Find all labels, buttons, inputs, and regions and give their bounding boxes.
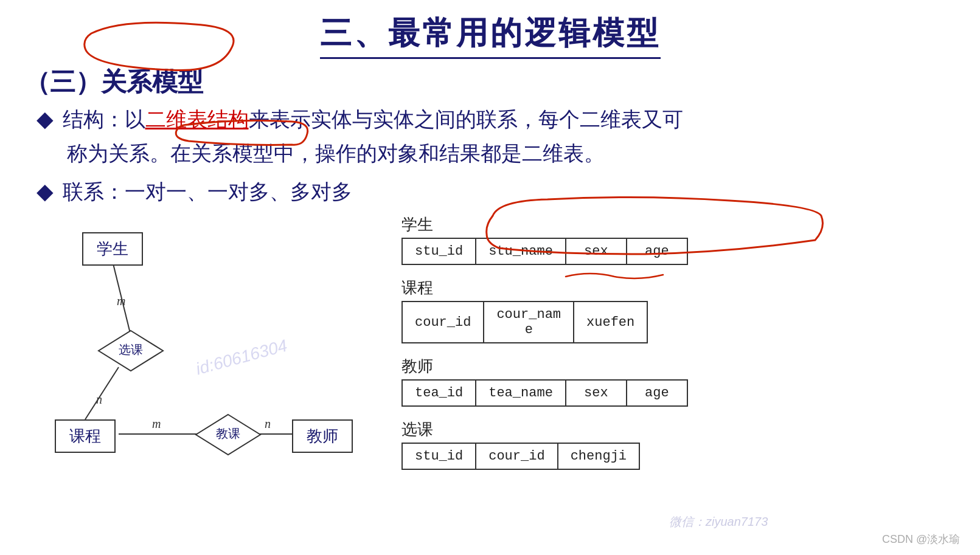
svg-text:n: n [96, 393, 102, 406]
svg-text:m: m [152, 417, 161, 430]
bullet-2: ◆ 联系：一对一、一对多、多对多 [36, 175, 956, 208]
svg-text:微信：ziyuan7173: 微信：ziyuan7173 [669, 515, 768, 528]
entity-teacher: 教师 [292, 419, 353, 453]
bullet-text-after-1: 来表示实体与实体之间的联系，每个二维表又可 [249, 108, 683, 131]
table-cell: cour_id [402, 302, 484, 343]
table-cell: stu_id [402, 443, 476, 469]
sub-heading: （三）关系模型 [24, 65, 956, 99]
table-cell: age [627, 238, 687, 264]
table-cell: cour_name [484, 302, 574, 343]
highlight-text-1: 二维表结构 [145, 108, 249, 131]
table-cell: chengji [558, 443, 639, 469]
tables-container: 学生 stu_id stu_name sex age 课程 cour_id [401, 214, 956, 482]
bullet-text-before-1: 结构：以 [63, 108, 145, 131]
table-teacher: tea_id tea_name sex age [401, 379, 688, 407]
er-diagram: m n m n 学生 [24, 214, 365, 475]
table-cell: stu_id [402, 238, 476, 264]
bullet-line-2: ◆ 联系：一对一、一对多、多对多 [36, 175, 956, 208]
bullet-symbol-1: ◆ [36, 107, 54, 131]
watermark: id:60616304 [193, 336, 289, 379]
table-course: cour_id cour_name xuefen [401, 301, 648, 343]
relationship-xuanke: 选课 [97, 329, 164, 372]
bullet-1: ◆ 结构：以二维表结构来表示实体与实体之间的联系，每个二维表又可 称为关系。在关… [36, 103, 956, 169]
bullet-text-1b: 称为关系。在关系模型中，操作的对象和结果都是二维表。 [67, 142, 605, 165]
bullet-symbol-2: ◆ [36, 179, 54, 204]
table-student: stu_id stu_name sex age [401, 238, 688, 265]
entity-course: 课程 [55, 419, 116, 453]
table-cell: xuefen [574, 302, 647, 343]
main-title: 三、最常用的逻辑模型 [320, 12, 661, 59]
er-diagram-container: m n m n 学生 [24, 214, 377, 482]
table-section-course: 课程 cour_id cour_name xuefen [401, 277, 956, 343]
table-cell: sex [566, 238, 627, 264]
table-label-course: 课程 [401, 277, 956, 298]
svg-text:m: m [117, 294, 125, 308]
table-row: cour_id cour_name xuefen [402, 302, 647, 343]
table-label-teacher: 教师 [401, 356, 956, 377]
svg-text:n: n [265, 417, 271, 430]
table-section-student: 学生 stu_id stu_name sex age [401, 214, 956, 265]
table-row: stu_id stu_name sex age [402, 238, 687, 264]
entity-student: 学生 [82, 232, 143, 266]
table-cell: tea_name [476, 380, 566, 406]
bullet-line-1: ◆ 结构：以二维表结构来表示实体与实体之间的联系，每个二维表又可 [36, 103, 956, 136]
bullet-text-2: 联系：一对一、一对多、多对多 [63, 181, 352, 203]
table-cell: cour_id [476, 443, 557, 469]
table-cell: sex [566, 380, 627, 406]
svg-line-2 [85, 367, 119, 419]
svg-text:选课: 选课 [119, 343, 143, 356]
svg-text:CSDN @淡水瑜: CSDN @淡水瑜 [882, 533, 960, 545]
table-label-student: 学生 [401, 214, 956, 235]
table-xuanke: stu_id cour_id chengji [401, 443, 640, 470]
table-cell: stu_name [476, 238, 566, 264]
table-section-xuanke: 选课 stu_id cour_id chengji [401, 419, 956, 470]
content-row: m n m n 学生 [24, 214, 956, 482]
table-section-teacher: 教师 tea_id tea_name sex age [401, 356, 956, 407]
title-section: 三、最常用的逻辑模型 [24, 12, 956, 59]
svg-line-0 [113, 261, 131, 336]
table-cell: tea_id [402, 380, 476, 406]
table-row: stu_id cour_id chengji [402, 443, 639, 469]
table-row: tea_id tea_name sex age [402, 380, 687, 406]
page: 三、最常用的逻辑模型 （三）关系模型 ◆ 结构：以二维表结构来表示实体与实体之间… [0, 0, 980, 555]
table-cell: age [627, 380, 687, 406]
bullet-line-1b: 称为关系。在关系模型中，操作的对象和结果都是二维表。 [67, 138, 956, 169]
table-label-xuanke: 选课 [401, 419, 956, 440]
svg-text:教课: 教课 [216, 427, 240, 440]
relationship-jiaoke: 教课 [195, 413, 262, 456]
